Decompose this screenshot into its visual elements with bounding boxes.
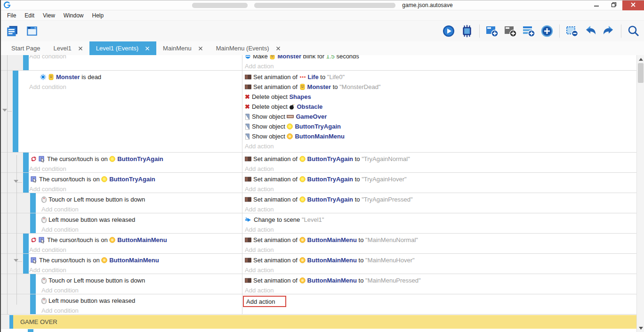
actions-list: Set animation of ButtonMainMenu to "Main…: [245, 275, 636, 294]
add-event-button[interactable]: [484, 24, 499, 39]
animation-icon: [245, 237, 251, 243]
action[interactable]: Set animation of Life to "Life0": [245, 72, 636, 82]
object-name: GameOver: [296, 113, 327, 120]
collapse-arrow-icon[interactable]: [14, 259, 18, 262]
tab-close-icon[interactable]: [78, 46, 83, 51]
tab-close-icon[interactable]: [276, 46, 281, 51]
mouse-icon: [41, 196, 47, 203]
toolbar-separator: [559, 24, 560, 38]
add-action-button[interactable]: Add action: [245, 204, 636, 213]
add-condition-button[interactable]: Add condition: [41, 225, 242, 234]
add-condition-button[interactable]: Add condition: [41, 204, 242, 213]
add-subevent-button[interactable]: [521, 24, 536, 39]
add-condition-button[interactable]: Add condition: [29, 265, 242, 274]
conditions-cell: Add condition: [29, 55, 242, 70]
add-action-button[interactable]: Add action: [245, 141, 636, 151]
undo-button[interactable]: [583, 24, 598, 39]
add-condition-button[interactable]: Add condition: [41, 285, 242, 294]
action[interactable]: Show object ButtonMainMenu: [245, 131, 636, 141]
play-button[interactable]: [441, 24, 456, 39]
event-row: The cursor/touch is on ButtonTryAgainAdd…: [1, 153, 636, 173]
tab-mainmenu[interactable]: MainMenu: [156, 41, 209, 55]
text-run: Set animation of: [253, 83, 299, 90]
action[interactable]: Set animation of ButtonTryAgain to "TryA…: [245, 154, 636, 164]
add-action-button[interactable]: Add action: [245, 225, 636, 234]
menu-help[interactable]: Help: [88, 11, 108, 20]
close-icon: [630, 1, 636, 9]
debug-button[interactable]: [459, 24, 475, 39]
condition[interactable]: The cursor/touch is on ButtonMainMenu: [31, 235, 242, 245]
action[interactable]: ✖Delete object Obstacle: [245, 102, 636, 112]
action[interactable]: Make Monster blink for 1.5 seconds: [245, 55, 636, 61]
menu-file[interactable]: File: [3, 11, 20, 20]
tab-close-icon[interactable]: [145, 46, 150, 51]
action[interactable]: Set animation of Monster to "MonsterDead…: [245, 82, 636, 92]
add-action-button[interactable]: Add action: [245, 164, 636, 173]
conditions-cell: Monster is deadAdd condition: [18, 71, 242, 152]
action[interactable]: Set animation of ButtonMainMenu to "Main…: [245, 255, 636, 265]
collapse-arrow-icon[interactable]: [14, 180, 18, 183]
add-action-button[interactable]: Add action: [245, 285, 636, 294]
condition[interactable]: The cursor/touch is on ButtonTryAgain: [31, 174, 242, 184]
scene-editor-button[interactable]: [24, 24, 40, 39]
vertical-scrollbar[interactable]: [636, 55, 644, 332]
menu-edit[interactable]: Edit: [20, 11, 39, 20]
redo-button[interactable]: [601, 24, 616, 39]
add-condition-button[interactable]: Add condition: [29, 55, 242, 61]
button-gold-thumb-icon: [299, 277, 306, 283]
tab-level1-events-[interactable]: Level1 (Events): [89, 41, 156, 55]
scrollbar-thumb[interactable]: [638, 63, 644, 83]
add-condition-button[interactable]: Add condition: [29, 164, 242, 173]
event-row: Left mouse button was releasedAdd condit…: [1, 213, 636, 234]
remove-event-button[interactable]: [564, 24, 580, 39]
condition[interactable]: Touch or Left mouse button is down: [41, 194, 242, 204]
menu-window[interactable]: Window: [59, 11, 88, 20]
actions-list: Set animation of Life to "Life0"Set anim…: [245, 72, 636, 151]
add-action-button[interactable]: Add action: [243, 296, 286, 307]
add-condition-button[interactable]: Add condition: [29, 245, 242, 254]
menu-view[interactable]: View: [39, 11, 59, 20]
add-action-button[interactable]: Add action: [245, 61, 636, 71]
action[interactable]: Set animation of ButtonTryAgain to "TryA…: [245, 174, 636, 184]
tab-close-icon[interactable]: [198, 46, 203, 51]
restore-button[interactable]: [605, 0, 622, 10]
add-action-button[interactable]: Add action: [245, 245, 636, 254]
collapse-arrow-icon[interactable]: [2, 109, 7, 112]
tab-mainmenu-events-[interactable]: MainMenu (Events): [209, 41, 287, 55]
search-button[interactable]: [626, 24, 641, 39]
tab-start-page[interactable]: Start Page: [5, 41, 47, 55]
add-condition-button[interactable]: Add condition: [29, 82, 242, 91]
action[interactable]: Change to scene "Level1": [245, 215, 636, 225]
event-color-bar: [23, 55, 29, 70]
comment-event[interactable]: GAME OVER: [1, 315, 636, 329]
text-run: Set animation of: [253, 73, 299, 81]
add-action-button[interactable]: Add action: [245, 184, 636, 193]
condition[interactable]: The cursor/touch is on ButtonTryAgain: [31, 154, 242, 164]
add-condition-button[interactable]: Add condition: [41, 306, 242, 315]
project-manager-button[interactable]: [5, 24, 20, 39]
condition[interactable]: Touch or Left mouse button is down: [41, 275, 242, 285]
action[interactable]: Set animation of ButtonMainMenu to "Main…: [245, 235, 636, 245]
add-condition-button[interactable]: Add condition: [29, 184, 242, 193]
conditions-cell: The cursor/touch is on ButtonMainMenuAdd…: [29, 234, 242, 253]
add-comment-button[interactable]: [503, 24, 518, 39]
action[interactable]: Set animation of ButtonMainMenu to "Main…: [245, 275, 636, 285]
tab-level1[interactable]: Level1: [47, 41, 89, 55]
condition[interactable]: The cursor/touch is on ButtonMainMenu: [31, 255, 242, 265]
text-run: to: [357, 277, 365, 284]
action[interactable]: ✖Delete object Shapes: [245, 92, 636, 102]
action[interactable]: Set animation of ButtonTryAgain to "TryA…: [245, 194, 636, 204]
scroll-down-button[interactable]: [637, 324, 644, 332]
add-circle-button[interactable]: [539, 24, 555, 39]
condition[interactable]: Left mouse button was released: [41, 296, 242, 306]
condition[interactable]: Left mouse button was released: [41, 215, 242, 225]
close-button[interactable]: [622, 0, 644, 10]
scroll-up-button[interactable]: [637, 55, 644, 63]
action[interactable]: Show object GameOver: [245, 112, 636, 121]
row-gutter: [1, 55, 23, 70]
actions-cell: Make Monster blink for 1.5 secondsAdd ac…: [242, 55, 636, 70]
condition[interactable]: Monster is dead: [40, 72, 242, 82]
add-action-button[interactable]: Add action: [245, 265, 636, 274]
minimize-button[interactable]: [588, 0, 605, 10]
action[interactable]: Show object ButtonTryAgain: [245, 121, 636, 131]
